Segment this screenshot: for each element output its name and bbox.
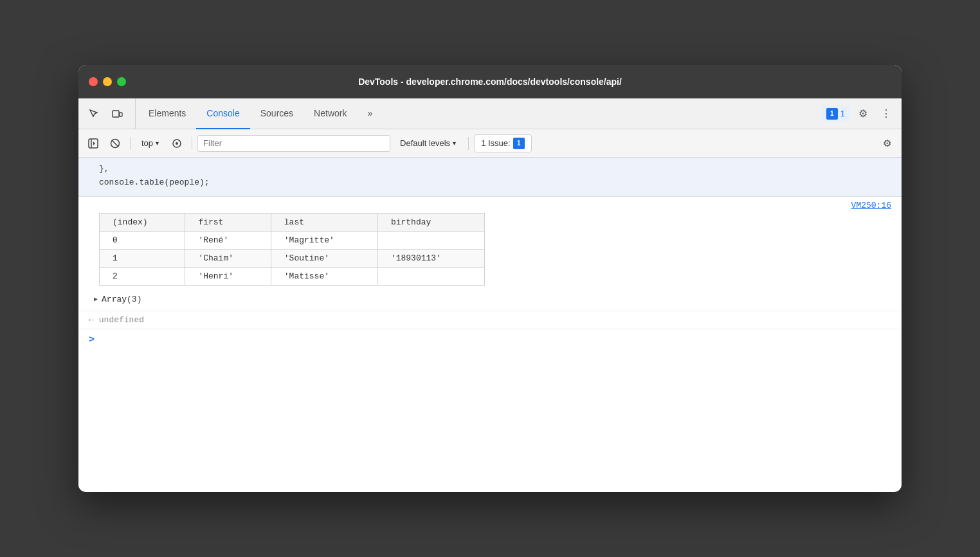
tabs-right-actions: 1 1 ⚙ ⋮ [821,98,896,129]
tab-sources[interactable]: Sources [250,98,304,129]
log-levels-button[interactable]: Default levels ▾ [393,135,463,151]
titlebar: DevTools - developer.chrome.com/docs/dev… [78,65,902,98]
console-prompt[interactable]: > [78,329,902,351]
col-header-first: first [185,213,271,231]
table-row: 2'Henri''Matisse' [100,267,485,285]
device-toolbar-icon[interactable] [107,104,127,124]
console-table-section: VM250:16 (index) first last birthday 0'R… [78,197,902,311]
settings-button[interactable]: ⚙ [853,104,873,124]
console-code-block: }, console.table(people); [78,158,902,197]
svg-rect-0 [113,111,119,117]
minimize-button[interactable] [103,77,112,86]
return-arrow-icon: ← [89,315,94,325]
close-button[interactable] [89,77,98,86]
console-table: (index) first last birthday 0'René''Magr… [99,213,485,286]
cell-first: 'René' [185,231,271,249]
cell-first: 'Henri' [185,267,271,285]
code-line-1: }, [99,163,891,176]
col-header-index: (index) [100,213,185,231]
expand-triangle-icon: ▶ [94,295,98,303]
more-options-button[interactable]: ⋮ [876,104,896,124]
clear-console-icon[interactable] [105,134,125,153]
cell-index: 1 [100,249,185,267]
svg-marker-4 [93,142,95,145]
svg-point-8 [176,142,178,145]
array-label: Array(3) [102,295,141,304]
context-selector[interactable]: top ▾ [136,135,165,151]
issues-badge-icon: 1 [826,108,838,120]
table-row: 0'René''Magritte' [100,231,485,249]
table-row: 1'Chaim''Soutine''18930113' [100,249,485,267]
cell-last: 'Soutine' [271,249,377,267]
cell-birthday [377,267,484,285]
live-expressions-icon[interactable] [167,134,186,153]
cell-first: 'Chaim' [185,249,271,267]
table-header-row: (index) first last birthday [100,213,485,231]
array-expandable[interactable]: ▶ Array(3) [78,291,902,308]
toolbar-icons [84,98,136,129]
issues-tab-button[interactable]: 1 1 [821,105,850,122]
col-header-birthday: birthday [377,213,484,231]
console-settings-icon[interactable]: ⚙ [877,134,896,153]
inspect-icon[interactable] [84,104,104,124]
console-output: }, console.table(people); VM250:16 (inde… [78,158,902,492]
window-title: DevTools - developer.chrome.com/docs/dev… [358,77,622,87]
undefined-result: ← undefined [78,311,902,329]
undefined-text: undefined [99,315,144,325]
maximize-button[interactable] [117,77,126,86]
cell-birthday: '18930113' [377,249,484,267]
console-toolbar: top ▾ Default levels ▾ 1 Issue: 1 ⚙ [78,129,902,158]
issues-counter-button[interactable]: 1 Issue: 1 [474,134,532,152]
sidebar-toggle-icon[interactable] [84,134,103,153]
vm-link[interactable]: VM250:16 [78,199,902,213]
filter-input[interactable] [197,135,390,152]
tabs-bar: Elements Console Sources Network » 1 1 [78,98,902,129]
toolbar-divider-2 [192,137,192,150]
toolbar-divider-1 [130,137,131,150]
cell-index: 0 [100,231,185,249]
toolbar-divider-3 [468,137,469,150]
devtools-window: DevTools - developer.chrome.com/docs/dev… [78,65,902,492]
tab-console[interactable]: Console [196,98,250,129]
svg-line-6 [112,140,118,147]
code-line-2: console.table(people); [99,176,891,190]
tabs-nav: Elements Console Sources Network » [138,98,821,129]
cell-last: 'Magritte' [271,231,377,249]
issues-counter-badge: 1 [513,138,525,149]
tab-more[interactable]: » [357,98,383,129]
tab-elements[interactable]: Elements [138,98,196,129]
cell-last: 'Matisse' [271,267,377,285]
tab-network[interactable]: Network [304,98,357,129]
traffic-lights [89,77,126,86]
svg-rect-1 [120,113,122,116]
cell-birthday [377,231,484,249]
cell-index: 2 [100,267,185,285]
prompt-icon: > [89,334,95,345]
col-header-last: last [271,213,377,231]
